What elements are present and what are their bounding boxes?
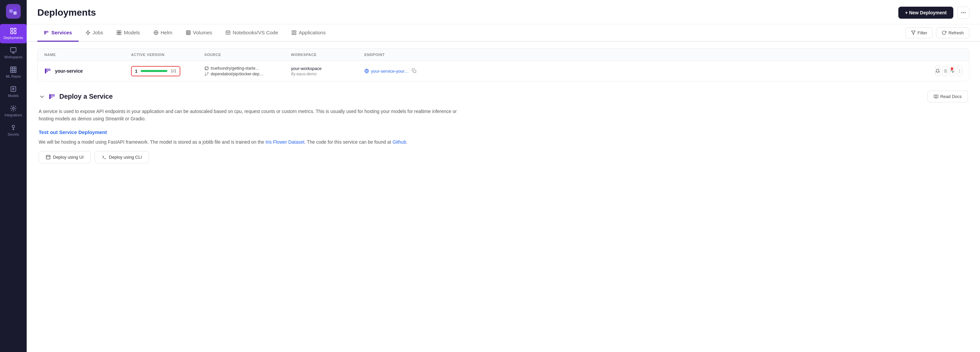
svg-rect-28 xyxy=(45,68,46,74)
deploy-cli-button[interactable]: Deploy using CLI xyxy=(95,151,149,163)
col-endpoint: ENDPOINT xyxy=(364,53,935,57)
new-deployment-button[interactable]: + New Deployment xyxy=(898,7,953,19)
copy-endpoint-button[interactable] xyxy=(410,67,417,75)
filter-icon xyxy=(911,30,916,35)
svg-rect-7 xyxy=(11,48,16,52)
workspace-cell: your-workspace tfy-eaus-demo xyxy=(291,66,364,76)
list-icon xyxy=(943,68,947,73)
tabs-list: Services Jobs Models xyxy=(37,24,332,41)
col-actions xyxy=(935,53,963,57)
svg-rect-17 xyxy=(119,31,121,32)
sidebar-item-ml-repos[interactable]: ML Repos xyxy=(0,63,27,82)
svg-point-12 xyxy=(963,12,964,13)
svg-rect-22 xyxy=(226,31,230,34)
table-row: your-service 1 1/1 xyxy=(38,61,969,81)
svg-rect-3 xyxy=(11,28,13,30)
alert-button[interactable] xyxy=(935,66,940,76)
read-docs-button[interactable]: Read Docs xyxy=(928,91,968,102)
page-header: Deployments + New Deployment xyxy=(27,0,980,24)
deploy-section-header: Deploy a Service Read Docs xyxy=(39,91,968,102)
svg-rect-25 xyxy=(292,33,294,35)
globe-icon xyxy=(364,68,369,73)
svg-marker-27 xyxy=(912,31,915,35)
version-cell: 1 1/1 xyxy=(131,66,204,76)
ui-icon xyxy=(46,154,51,160)
table-header: NAME ACTIVE VERSION SOURCE WORKSPACE END… xyxy=(38,49,969,61)
iris-dataset-link[interactable]: Iris Flower Dataset xyxy=(265,139,304,145)
github-link[interactable]: Github xyxy=(392,139,406,145)
svg-rect-23 xyxy=(292,31,294,32)
row-actions-cell xyxy=(935,66,963,76)
service-section-icon xyxy=(49,93,56,100)
sidebar-item-integrations[interactable]: Integrations xyxy=(0,101,27,121)
svg-rect-19 xyxy=(119,33,121,34)
svg-rect-45 xyxy=(46,155,50,159)
more-row-button[interactable] xyxy=(957,66,963,76)
deploy-section-title[interactable]: Deploy a Service xyxy=(39,93,113,100)
cli-icon xyxy=(102,154,107,160)
sidebar-item-secrets[interactable]: Secrets xyxy=(0,121,27,140)
tabs-actions: Filter Refresh xyxy=(905,27,969,38)
tab-volumes[interactable]: Volumes xyxy=(179,24,219,41)
metrics-button[interactable] xyxy=(950,66,955,76)
branch-icon xyxy=(204,72,209,76)
tab-jobs[interactable]: Jobs xyxy=(79,24,110,41)
book-icon xyxy=(934,94,938,99)
refresh-button[interactable]: Refresh xyxy=(936,27,969,38)
col-workspace: WORKSPACE xyxy=(291,53,364,57)
tab-applications[interactable]: Applications xyxy=(285,24,332,41)
tab-services[interactable]: Services xyxy=(37,24,79,41)
app-logo xyxy=(6,4,21,19)
service-icon xyxy=(45,67,52,75)
more-options-button[interactable] xyxy=(957,7,969,19)
progress-fill xyxy=(141,70,167,72)
svg-point-10 xyxy=(12,125,14,127)
svg-rect-18 xyxy=(117,33,119,34)
main-content: Deployments + New Deployment Services xyxy=(27,0,980,352)
logs-button[interactable] xyxy=(942,66,948,76)
svg-rect-5 xyxy=(11,32,13,33)
svg-point-13 xyxy=(965,12,966,13)
svg-rect-21 xyxy=(186,31,190,35)
copy-icon xyxy=(412,68,416,73)
deploy-body-text: We will be hosting a model using FastAPI… xyxy=(39,139,968,146)
endpoint-link[interactable]: your-service-your… xyxy=(371,68,409,74)
svg-point-43 xyxy=(959,72,960,73)
tabs-bar: Services Jobs Models xyxy=(27,24,980,41)
svg-point-42 xyxy=(959,71,960,71)
col-name: NAME xyxy=(45,53,131,57)
source-branch-line: dependabot/pip/docker-depl… xyxy=(204,72,291,76)
svg-rect-26 xyxy=(295,33,296,35)
sidebar-item-workspaces[interactable]: Workspaces xyxy=(0,43,27,63)
tab-helm[interactable]: Helm xyxy=(147,24,179,41)
deploy-service-section: Deploy a Service Read Docs A service is … xyxy=(37,91,969,163)
sidebar-item-models[interactable]: Models xyxy=(0,82,27,101)
svg-marker-15 xyxy=(86,30,90,35)
deploy-subheading: Test out Service Deployment xyxy=(39,129,968,135)
svg-rect-14 xyxy=(45,31,45,34)
svg-rect-6 xyxy=(14,32,16,33)
deploy-description: A service is used to expose API endpoint… xyxy=(39,108,472,123)
tab-notebooks[interactable]: Notebooks/VS Code xyxy=(219,24,285,41)
content-area: NAME ACTIVE VERSION SOURCE WORKSPACE END… xyxy=(27,41,980,352)
col-version: ACTIVE VERSION xyxy=(131,53,204,57)
svg-rect-24 xyxy=(295,31,296,32)
svg-rect-16 xyxy=(117,31,119,32)
svg-rect-2 xyxy=(13,11,17,15)
version-badge: 1 1/1 xyxy=(131,66,180,76)
svg-point-41 xyxy=(959,69,960,70)
filter-button[interactable]: Filter xyxy=(905,27,933,38)
svg-rect-34 xyxy=(414,70,416,73)
endpoint-cell: your-service-your… xyxy=(364,67,935,75)
chevron-down-icon xyxy=(39,93,45,100)
source-cell: truefoundry/getting-starte… dependabot/p… xyxy=(204,66,291,76)
svg-rect-1 xyxy=(13,7,17,11)
svg-rect-44 xyxy=(49,94,51,99)
svg-point-11 xyxy=(961,12,962,13)
tab-models[interactable]: Models xyxy=(110,24,146,41)
bell-icon xyxy=(935,68,940,73)
svg-rect-4 xyxy=(14,28,16,30)
deploy-ui-button[interactable]: Deploy using UI xyxy=(39,151,91,163)
sidebar-item-deployments[interactable]: Deployments xyxy=(0,24,27,43)
source-repo-line: truefoundry/getting-starte… xyxy=(204,66,291,71)
